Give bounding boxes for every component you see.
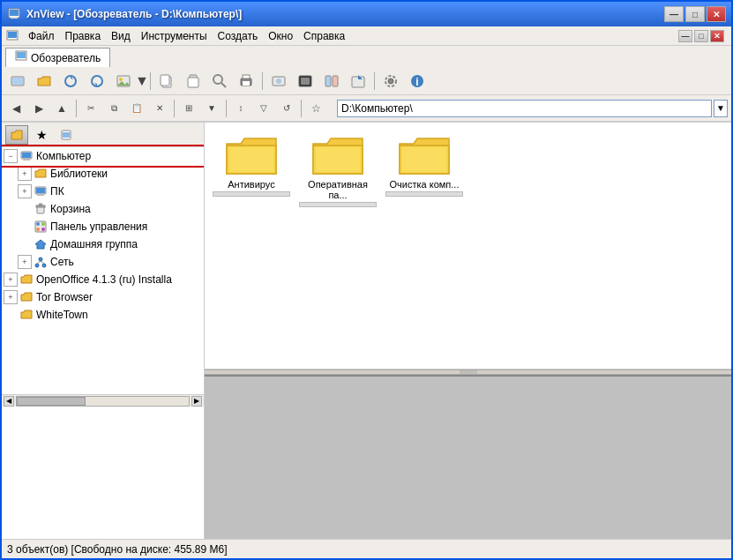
- toolbar-btn-back[interactable]: [5, 70, 30, 93]
- svg-rect-6: [17, 52, 26, 58]
- toolbar-btn-dropdown[interactable]: ▼: [138, 70, 146, 93]
- main-toolbar: ▼ i: [2, 67, 731, 95]
- svg-point-56: [35, 264, 39, 267]
- toolbar-btn-settings[interactable]: [378, 70, 403, 93]
- toolbar-btn-print[interactable]: [234, 70, 258, 93]
- menu-window[interactable]: Окно: [263, 28, 298, 44]
- menu-file[interactable]: Файл: [23, 28, 60, 44]
- file-item-operative[interactable]: Оперативная па...: [298, 130, 378, 211]
- file-item-antivirus[interactable]: Антивирус: [212, 130, 291, 211]
- minimize-button[interactable]: —: [664, 6, 684, 22]
- tree-expander-libraries[interactable]: +: [18, 167, 32, 181]
- browser-tab[interactable]: Обозреватель: [5, 48, 110, 67]
- svg-point-51: [41, 222, 45, 226]
- tree-item-openoffice[interactable]: + OpenOffice 4.1.3 (ru) Installa: [2, 271, 204, 288]
- address-dropdown[interactable]: ▼: [714, 100, 728, 117]
- nav-btn-sort[interactable]: ↕: [230, 99, 251, 118]
- tree-item-trash[interactable]: Корзина: [2, 200, 204, 218]
- file-grid: Антивирус Оперативная па...: [205, 123, 731, 370]
- nav-btn-cut[interactable]: ✂: [80, 99, 101, 118]
- svg-rect-2: [11, 17, 18, 19]
- inner-minimize-button[interactable]: —: [678, 30, 692, 42]
- tree-label-openoffice: OpenOffice 4.1.3 (ru) Installa: [36, 273, 172, 286]
- sidebar-btn-list[interactable]: [55, 125, 78, 145]
- nav-btn-filter[interactable]: ▽: [253, 99, 274, 118]
- hscroll-left[interactable]: ◀: [4, 396, 14, 407]
- window-controls: — □ ✕: [664, 6, 726, 22]
- menu-help[interactable]: Справка: [298, 28, 350, 44]
- address-input[interactable]: [337, 100, 712, 117]
- svg-rect-37: [63, 132, 70, 138]
- nav-btn-star[interactable]: ☆: [305, 99, 326, 118]
- svg-point-52: [36, 228, 40, 231]
- tree-expander-pc[interactable]: +: [18, 184, 32, 198]
- nav-btn-back[interactable]: ◀: [5, 99, 26, 118]
- tree-item-computer[interactable]: − Компьютер: [2, 147, 204, 165]
- menu-view[interactable]: Вид: [106, 28, 136, 44]
- maximize-button[interactable]: □: [685, 6, 705, 22]
- toolbar-btn-photo[interactable]: [266, 70, 291, 93]
- close-button[interactable]: ✕: [707, 6, 726, 22]
- hscroll-right[interactable]: ▶: [191, 396, 202, 407]
- tree-label-tor-browser: Tor Browser: [36, 291, 93, 303]
- nav-btn-copy2[interactable]: ⧉: [103, 99, 124, 118]
- tree-item-control-panel[interactable]: Панель управления: [2, 218, 204, 235]
- toolbar-btn-paste[interactable]: [181, 70, 206, 93]
- tree-item-pc[interactable]: + ПК: [2, 183, 204, 200]
- sidebar-btn-star[interactable]: ★: [30, 125, 53, 145]
- sidebar-btn-folder[interactable]: [5, 125, 28, 145]
- svg-rect-28: [325, 76, 331, 86]
- nav-btn-refresh3[interactable]: ↺: [276, 99, 297, 118]
- svg-point-25: [276, 78, 281, 84]
- inner-maximize-button[interactable]: □: [694, 30, 708, 42]
- tree-item-network[interactable]: + Сеть: [2, 253, 204, 271]
- toolbar-btn-copy[interactable]: [154, 70, 179, 93]
- svg-rect-4: [8, 32, 17, 38]
- file-size-bar-cleanup: [385, 191, 463, 197]
- menu-create[interactable]: Создать: [213, 28, 264, 44]
- nav-btn-forward[interactable]: ▶: [28, 99, 49, 118]
- nav-btn-dropdown2[interactable]: ▼: [201, 99, 222, 118]
- tree-expander-tor[interactable]: +: [4, 290, 18, 304]
- toolbar-btn-refresh[interactable]: [58, 70, 83, 93]
- folder-svg-operative: [311, 133, 364, 177]
- tree-expander-computer[interactable]: −: [4, 149, 18, 163]
- toolbar-btn-refresh2[interactable]: [85, 70, 109, 93]
- tree-expander-network[interactable]: +: [18, 255, 32, 269]
- toolbar-btn-film[interactable]: [293, 70, 318, 93]
- nav-btn-paste2[interactable]: 📋: [126, 99, 147, 118]
- toolbar-btn-folder[interactable]: [32, 70, 56, 93]
- tree-expander-openoffice[interactable]: +: [4, 273, 18, 287]
- hscroll-track[interactable]: [16, 396, 190, 407]
- svg-rect-18: [188, 78, 198, 87]
- svg-rect-27: [301, 78, 310, 85]
- toolbar-btn-search[interactable]: [207, 70, 232, 93]
- folder-svg-cleanup: [398, 133, 451, 177]
- tree-item-homegroup[interactable]: Домашняя группа: [2, 235, 204, 253]
- file-item-cleanup[interactable]: Очистка комп...: [385, 130, 464, 211]
- toolbar-btn-image[interactable]: [111, 70, 136, 93]
- tree-item-libraries[interactable]: + Библиотеки: [2, 165, 204, 183]
- toolbar-btn-export[interactable]: [346, 70, 370, 93]
- tree-item-whitetown[interactable]: WhiteTown: [2, 306, 204, 324]
- tree-label-computer: Компьютер: [36, 150, 91, 162]
- sidebar-hscroll[interactable]: ◀ ▶: [2, 394, 204, 407]
- nav-btn-grid[interactable]: ⊞: [178, 99, 199, 118]
- menu-app-icon: [5, 29, 19, 43]
- toolbar-btn-compare[interactable]: [319, 70, 344, 93]
- nav-btn-delete[interactable]: ✕: [149, 99, 170, 118]
- toolbar-btn-info[interactable]: i: [405, 70, 430, 93]
- network-icon: [34, 255, 48, 269]
- svg-marker-54: [35, 240, 46, 249]
- svg-line-20: [221, 83, 226, 87]
- inner-close-button[interactable]: ✕: [710, 30, 724, 42]
- computer-icon: [19, 149, 34, 163]
- menu-tools[interactable]: Инструменты: [136, 28, 213, 44]
- preview-area: [205, 375, 731, 539]
- svg-rect-16: [161, 75, 169, 86]
- menu-edit[interactable]: Правка: [60, 28, 107, 44]
- main-content: ★ − Компьютер + Библиотеки: [2, 122, 731, 539]
- homegroup-icon: [34, 237, 48, 251]
- nav-btn-up[interactable]: ▲: [51, 99, 72, 118]
- tree-item-tor-browser[interactable]: + Tor Browser: [2, 288, 204, 306]
